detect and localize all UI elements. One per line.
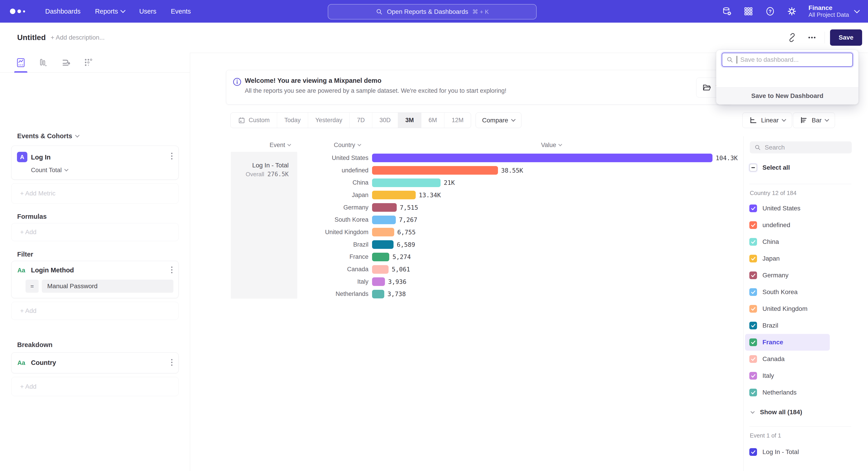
apps-grid-icon[interactable] [743,6,753,16]
country-option-south-korea[interactable]: South Korea [745,284,867,300]
save-to-new-dashboard-button[interactable]: Save to New Dashboard [716,87,858,104]
chart-category-label: Japan [301,192,368,199]
events-cohorts-heading[interactable]: Events & Cohorts [17,133,79,140]
country-option-undefined[interactable]: undefined [745,217,867,233]
metric-kebab-menu[interactable] [171,153,173,159]
nav-item-dashboards[interactable]: Dashboards [45,8,81,15]
tab-funnels[interactable] [37,53,49,72]
range-30d[interactable]: 30D [372,113,398,128]
add-breakdown-button[interactable]: + Add [11,377,179,396]
check-icon [750,356,756,362]
copy-link-button[interactable] [784,29,800,46]
column-header-value[interactable]: Value [541,142,561,149]
chart-bar[interactable] [372,154,712,162]
range-custom[interactable]: Custom [230,113,277,128]
country-option-united-states[interactable]: United States [745,200,867,217]
country-option-canada[interactable]: Canada [745,351,867,367]
save-to-dashboard-input[interactable]: Save to dashboard... [722,53,853,67]
range-3m[interactable]: 3M [398,113,421,128]
filter-card-login-method[interactable]: Aa Login Method = Manual Password [11,261,179,298]
range-6m[interactable]: 6M [421,113,444,128]
chart-bar[interactable] [372,277,385,286]
select-all-checkbox[interactable] [749,164,757,172]
chart-value-label: 7,267 [399,216,417,223]
country-checkbox[interactable] [749,305,757,313]
breakdown-property-name[interactable]: Country [31,359,56,366]
event-summary-box[interactable]: Log In - Total Overall276.5K [231,152,297,299]
range-label: Today [284,117,301,124]
filter-kebab-menu[interactable] [171,266,173,273]
select-all-row[interactable]: Select all [749,164,790,172]
country-option-germany[interactable]: Germany [745,267,867,284]
country-checkbox[interactable] [749,288,757,296]
country-checkbox[interactable] [749,221,757,229]
compare-button[interactable]: Compare [475,112,522,128]
event-checkbox[interactable] [749,448,757,456]
filter-operator[interactable]: = [26,279,39,293]
metric-event-name[interactable]: Log In [31,154,51,161]
metric-aggregation[interactable]: Count Total [31,167,68,174]
country-checkbox[interactable] [749,271,757,279]
chart-bar[interactable] [372,253,389,261]
range-today[interactable]: Today [277,113,308,128]
column-header-country[interactable]: Country [334,142,361,149]
mixpanel-logo-icon[interactable] [10,0,25,23]
chart-bar[interactable] [372,178,440,187]
settings-gear-icon[interactable] [787,6,797,16]
chart-scale-button[interactable]: Linear [742,112,792,128]
event-option-log-in-total[interactable]: Log In - Total [749,444,799,460]
data-management-icon[interactable] [722,6,732,16]
nav-item-reports[interactable]: Reports [95,8,125,15]
range-yesterday[interactable]: Yesterday [308,113,349,128]
breakdown-kebab-menu[interactable] [171,359,173,366]
add-metric-button[interactable]: + Add Metric [11,183,179,204]
column-header-event[interactable]: Event [270,142,290,149]
more-options-button[interactable] [804,29,820,46]
nav-item-users[interactable]: Users [139,8,156,15]
help-icon[interactable]: ? [765,6,775,16]
add-description-field[interactable]: + Add description... [51,34,105,41]
breakdown-card-country[interactable]: Aa Country [11,352,179,373]
chart-bar[interactable] [372,290,384,298]
project-switcher[interactable]: Finance All Project Data [809,4,859,18]
range-12m[interactable]: 12M [444,113,471,128]
filter-property-name[interactable]: Login Method [31,266,74,274]
country-checkbox[interactable] [749,238,757,246]
chart-bar[interactable] [372,203,397,212]
country-checkbox[interactable] [749,372,757,380]
chart-bar[interactable] [372,265,389,274]
metric-card-log-in[interactable]: A Log In Count Total [11,146,179,180]
country-option-france[interactable]: France [745,334,830,351]
country-checkbox[interactable] [749,338,757,346]
country-checkbox[interactable] [749,322,757,329]
country-option-netherlands[interactable]: Netherlands [745,384,867,401]
add-formula-button[interactable]: + Add [11,223,179,241]
country-checkbox[interactable] [749,389,757,396]
filter-value[interactable]: Manual Password [42,279,174,293]
chart-bar[interactable] [372,228,394,236]
show-all-button[interactable]: Show all (184) [751,405,802,419]
country-checkbox[interactable] [749,205,757,212]
country-option-united-kingdom[interactable]: United Kingdom [745,300,867,317]
chart-bar[interactable] [372,215,396,224]
country-option-china[interactable]: China [745,233,867,250]
country-checkbox[interactable] [749,255,757,262]
country-option-italy[interactable]: Italy [745,367,867,384]
save-button[interactable]: Save [830,29,862,46]
chart-bar[interactable] [372,240,394,249]
range-7d[interactable]: 7D [349,113,372,128]
add-filter-button[interactable]: + Add [11,302,179,320]
country-option-brazil[interactable]: Brazil [745,317,867,334]
tab-retention[interactable] [83,53,94,72]
global-search-button[interactable]: Open Reports & Dashboards ⌘ + K [328,4,537,20]
tab-flows[interactable] [60,53,72,72]
chart-bar[interactable] [372,166,498,175]
country-option-japan[interactable]: Japan [745,250,867,267]
panel-search-input[interactable]: Search [750,141,852,153]
country-checkbox[interactable] [749,355,757,363]
report-title[interactable]: Untitled [17,33,46,42]
chart-bar[interactable] [372,191,416,199]
chart-type-button[interactable]: Bar [793,112,835,128]
nav-item-events[interactable]: Events [171,8,191,15]
tab-insights[interactable] [15,53,27,72]
